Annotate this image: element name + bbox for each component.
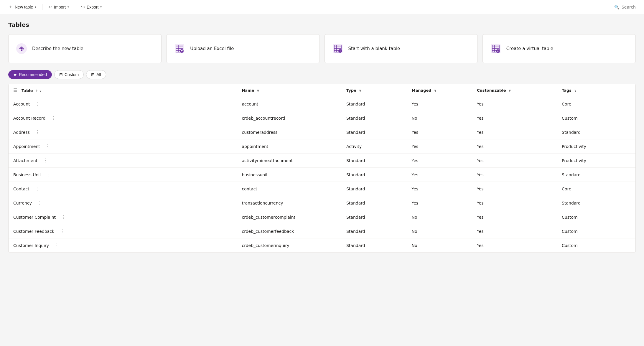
- td-table-name-1: Account Record ⋮: [9, 111, 237, 125]
- td-customizable-2: Yes: [472, 125, 557, 139]
- row-table-label: Address: [13, 130, 30, 135]
- td-name-6: contact: [237, 182, 342, 196]
- td-managed-3: Yes: [407, 139, 472, 154]
- td-tags-5: Standard: [557, 168, 635, 182]
- table-row: Account ⋮ account Standard Yes Yes Core: [9, 97, 635, 111]
- blank-card[interactable]: Start with a blank table: [325, 34, 478, 63]
- td-customizable-0: Yes: [472, 97, 557, 111]
- td-customizable-5: Yes: [472, 168, 557, 182]
- row-menu-button[interactable]: ⋮: [36, 200, 44, 206]
- td-customizable-3: Yes: [472, 139, 557, 154]
- star-icon: ★: [13, 72, 17, 77]
- td-name-3: appointment: [237, 139, 342, 154]
- list-view-icon[interactable]: ☰: [13, 88, 17, 93]
- import-button[interactable]: ↩ Import ▾: [45, 2, 73, 11]
- td-customizable-7: Yes: [472, 196, 557, 210]
- svg-point-1: [21, 48, 22, 50]
- row-menu-button[interactable]: ⋮: [34, 100, 42, 107]
- row-menu-button[interactable]: ⋮: [53, 242, 61, 249]
- td-type-3: Activity: [342, 139, 407, 154]
- td-name-10: crdeb_customerinquiry: [237, 238, 342, 253]
- th-tags-label: Tags: [562, 88, 571, 93]
- td-managed-1: No: [407, 111, 472, 125]
- td-customizable-8: Yes: [472, 210, 557, 224]
- row-menu-button[interactable]: ⋮: [44, 143, 52, 150]
- td-tags-8: Custom: [557, 210, 635, 224]
- th-name-sort-icon[interactable]: ∨: [257, 89, 259, 93]
- td-tags-0: Core: [557, 97, 635, 111]
- new-table-chevron-icon: ▾: [35, 5, 36, 9]
- row-menu-button[interactable]: ⋮: [60, 214, 68, 220]
- row-table-label: Currency: [13, 201, 32, 205]
- td-table-name-10: Customer Inquiry ⋮: [9, 238, 237, 253]
- row-menu-button[interactable]: ⋮: [41, 157, 50, 164]
- new-table-button[interactable]: ＋ New table ▾: [5, 2, 40, 12]
- row-menu-button[interactable]: ⋮: [58, 228, 66, 235]
- row-menu-button[interactable]: ⋮: [45, 171, 53, 178]
- row-menu-button[interactable]: ⋮: [33, 185, 41, 192]
- row-menu-button[interactable]: ⋮: [49, 115, 57, 121]
- td-customizable-4: Yes: [472, 154, 557, 168]
- svg-point-23: [497, 50, 499, 52]
- tab-custom[interactable]: ⊞ Custom: [54, 70, 84, 79]
- tab-custom-label: Custom: [65, 72, 79, 77]
- td-customizable-1: Yes: [472, 111, 557, 125]
- row-table-label: Appointment: [13, 144, 40, 149]
- td-managed-4: Yes: [407, 154, 472, 168]
- row-table-label: Contact: [13, 187, 29, 191]
- tab-recommended[interactable]: ★ Recommended: [8, 70, 52, 79]
- th-customizable-sort-icon[interactable]: ∨: [508, 89, 511, 93]
- upload-card[interactable]: Upload an Excel file: [166, 34, 319, 63]
- import-chevron-icon: ▾: [67, 5, 69, 9]
- td-type-10: Standard: [342, 238, 407, 253]
- toolbar: ＋ New table ▾ ↩ Import ▾ ↪ Export ▾ 🔍 Se…: [0, 0, 644, 14]
- td-customizable-10: Yes: [472, 238, 557, 253]
- table-row: Customer Feedback ⋮ crdeb_customerfeedba…: [9, 224, 635, 238]
- row-menu-button[interactable]: ⋮: [33, 129, 42, 136]
- td-managed-0: Yes: [407, 97, 472, 111]
- th-managed-sort-icon[interactable]: ∨: [434, 89, 437, 93]
- import-icon: ↩: [48, 4, 52, 10]
- row-table-label: Attachment: [13, 158, 37, 163]
- td-customizable-6: Yes: [472, 182, 557, 196]
- td-managed-6: Yes: [407, 182, 472, 196]
- cards-row: Describe the new table Upload an Excel f…: [8, 34, 636, 63]
- td-table-name-2: Address ⋮: [9, 125, 237, 139]
- main-content: Tables Describe the new table: [0, 14, 644, 260]
- search-area[interactable]: 🔍 Search: [611, 3, 639, 11]
- td-managed-5: Yes: [407, 168, 472, 182]
- td-managed-10: No: [407, 238, 472, 253]
- export-icon: ↪: [81, 4, 85, 10]
- describe-card[interactable]: Describe the new table: [8, 34, 162, 63]
- tab-all[interactable]: ⊞ All: [86, 70, 106, 79]
- td-managed-8: No: [407, 210, 472, 224]
- plus-icon: ＋: [8, 4, 13, 10]
- export-button[interactable]: ↪ Export ▾: [78, 2, 105, 11]
- upload-card-label: Upload an Excel file: [190, 46, 234, 51]
- grid-icon-all: ⊞: [91, 72, 95, 77]
- filter-tabs: ★ Recommended ⊞ Custom ⊞ All: [8, 70, 636, 79]
- th-customizable-label: Customizable: [477, 88, 506, 93]
- td-type-9: Standard: [342, 224, 407, 238]
- td-name-1: crdeb_accountrecord: [237, 111, 342, 125]
- td-type-5: Standard: [342, 168, 407, 182]
- td-type-2: Standard: [342, 125, 407, 139]
- row-table-label: Business Unit: [13, 172, 41, 177]
- virtual-icon: [490, 43, 502, 55]
- th-table-label: Table: [22, 88, 33, 93]
- td-table-name-3: Appointment ⋮: [9, 139, 237, 154]
- td-tags-2: Standard: [557, 125, 635, 139]
- td-tags-1: Custom: [557, 111, 635, 125]
- table-container: ☰ Table ↑ ∨ Name ∨ Type ∨ Managed: [8, 84, 636, 253]
- export-chevron-icon: ▾: [100, 5, 102, 9]
- describe-icon: [16, 43, 27, 55]
- th-table-sort-icon[interactable]: ↑ ∨: [35, 89, 42, 93]
- th-type: Type ∨: [342, 84, 407, 97]
- th-type-sort-icon[interactable]: ∨: [359, 89, 361, 93]
- new-table-label: New table: [15, 5, 33, 9]
- td-type-4: Standard: [342, 154, 407, 168]
- describe-card-label: Describe the new table: [32, 46, 83, 51]
- th-tags-sort-icon[interactable]: ∨: [574, 89, 577, 93]
- td-name-0: account: [237, 97, 342, 111]
- virtual-card[interactable]: Create a virtual table: [482, 34, 636, 63]
